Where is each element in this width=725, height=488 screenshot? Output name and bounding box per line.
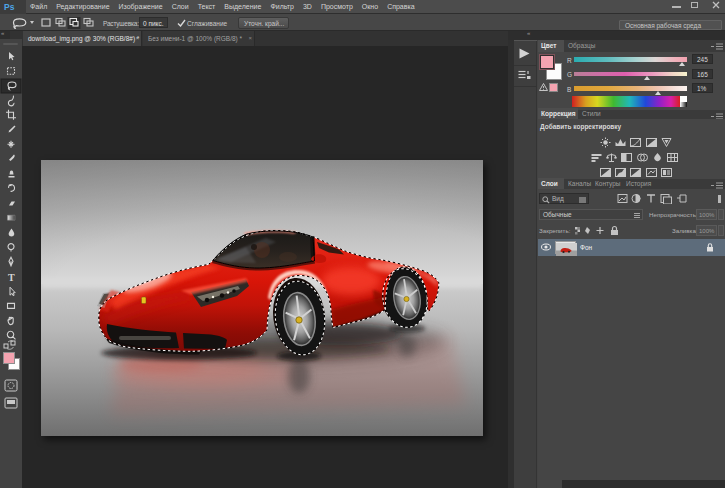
svg-text:T: T	[8, 272, 15, 283]
